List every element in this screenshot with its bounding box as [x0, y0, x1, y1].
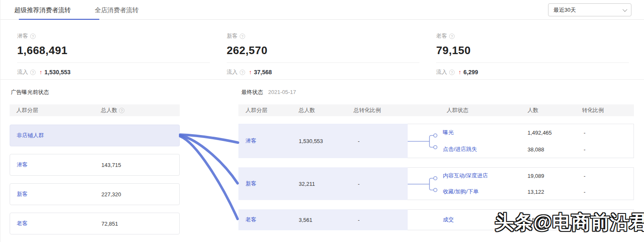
- inflow-row: 流入 ↑ 37,568: [227, 68, 419, 76]
- help-icon[interactable]: [30, 34, 36, 39]
- inflow-row: 流入 ↑ 1,530,553: [17, 68, 210, 76]
- left-row-non-store[interactable]: 非店铺人群: [10, 125, 180, 146]
- col-total-rate: 总转化比例: [354, 104, 381, 116]
- tab-bar: 超级推荐消费者流转 全店消费者流转 最近30天: [0, 0, 644, 20]
- help-icon[interactable]: [30, 70, 36, 75]
- left-row-returning[interactable]: 老客 72,851: [10, 213, 180, 234]
- row-summary: 老客 3,561 -: [238, 209, 408, 230]
- up-arrow-icon: ↑: [458, 69, 461, 75]
- state-row[interactable]: 内容互动/深度进店 19,089 -: [408, 168, 634, 184]
- pre-exposure-title: 广告曝光前状态: [11, 88, 49, 96]
- up-arrow-icon: ↑: [39, 69, 42, 75]
- inflow-value: 37,568: [254, 69, 272, 75]
- inflow-row: 流入 ↑ 6,299: [436, 68, 629, 76]
- col-count: 人数: [528, 104, 538, 116]
- left-row-new[interactable]: 新客 227,320: [10, 183, 180, 205]
- help-icon[interactable]: [449, 70, 455, 75]
- final-state-title-row: 最终状态 2021-05-17: [241, 88, 296, 96]
- date-range-select[interactable]: 最近30天: [548, 3, 631, 16]
- tab-super-recommend-flow[interactable]: 超级推荐消费者流转: [14, 0, 71, 20]
- row-summary: 新客 32,211 -: [238, 167, 408, 200]
- final-state-date: 2021-05-17: [268, 89, 296, 95]
- tab-label: 全店消费者流转: [95, 6, 139, 13]
- right-row-new[interactable]: 新客 32,211 - 内容互动/深度进店 19,089 -: [238, 167, 634, 200]
- stats-summary: 潜客 1,668,491 流入 ↑ 1,530,553 新客 262,570 流…: [0, 20, 644, 80]
- chevron-down-icon: [623, 7, 627, 11]
- stat-label: 潜客: [17, 32, 210, 40]
- stat-value: 1,668,491: [17, 44, 210, 57]
- final-state-title: 最终状态: [241, 88, 263, 96]
- divider: [17, 62, 210, 63]
- date-range-value: 最近30天: [553, 6, 623, 14]
- stat-card-potential: 潜客 1,668,491 流入 ↑ 1,530,553: [17, 32, 210, 76]
- row-states: 内容互动/深度进店 19,089 - 收藏/加购/下单 13,122 -: [408, 167, 634, 200]
- divider: [227, 62, 419, 63]
- left-table-header: 人群分层 总人数: [10, 104, 180, 116]
- help-icon[interactable]: [119, 108, 124, 113]
- state-row[interactable]: 收藏/加购/下单 13,122 -: [408, 184, 634, 200]
- stat-card-new: 新客 262,570 流入 ↑ 37,568: [227, 32, 419, 76]
- watermark: 头条@电商前沿君: [495, 210, 644, 235]
- col-rate: 转化比例: [582, 104, 604, 116]
- help-icon[interactable]: [449, 34, 455, 39]
- col-segment: 人群分层: [16, 107, 38, 114]
- col-total: 总人数: [299, 104, 315, 116]
- stat-label: 新客: [227, 32, 419, 40]
- right-table-header: 人群分层 总人数 总转化比例 人群状态 人数 转化比例: [238, 104, 634, 116]
- left-row-potential[interactable]: 潜客 143,715: [10, 154, 180, 176]
- stat-label: 老客: [436, 32, 629, 40]
- right-row-potential[interactable]: 潜客 1,530,553 - 曝光 1,492,465 -: [238, 124, 634, 158]
- col-total: 总人数: [101, 107, 124, 114]
- stat-value: 262,570: [227, 44, 419, 57]
- inflow-value: 1,530,553: [44, 69, 70, 75]
- state-row[interactable]: 点击/进店跳失 38,088 -: [408, 141, 634, 158]
- inflow-value: 6,299: [463, 69, 478, 75]
- tab-label: 超级推荐消费者流转: [14, 6, 71, 13]
- help-icon[interactable]: [240, 70, 245, 75]
- divider: [436, 62, 629, 63]
- consumer-flow-dashboard: 超级推荐消费者流转 全店消费者流转 最近30天 潜客 1,668,491 流入 …: [0, 0, 644, 242]
- col-segment: 人群分层: [246, 104, 267, 116]
- row-summary: 潜客 1,530,553 -: [238, 124, 408, 158]
- state-row[interactable]: 曝光 1,492,465 -: [408, 124, 634, 141]
- tab-whole-store-flow[interactable]: 全店消费者流转: [95, 0, 139, 20]
- stat-value: 79,150: [436, 44, 629, 57]
- help-icon[interactable]: [240, 34, 245, 39]
- row-states: 曝光 1,492,465 - 点击/进店跳失 38,088 -: [408, 124, 634, 158]
- stat-card-returning: 老客 79,150 流入 ↑ 6,299: [436, 32, 629, 76]
- col-state: 人群状态: [447, 104, 468, 116]
- up-arrow-icon: ↑: [249, 69, 252, 75]
